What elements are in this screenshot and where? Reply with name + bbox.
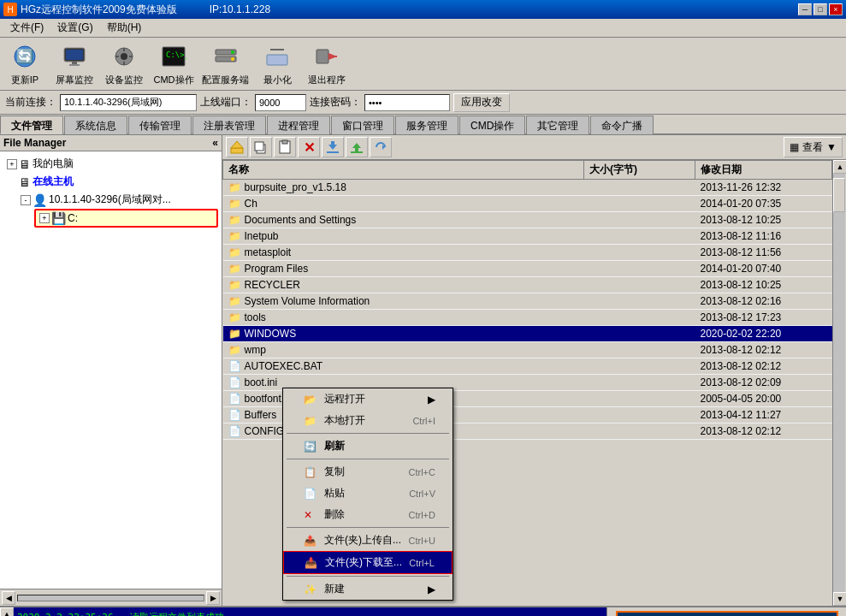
context-menu: 📂 远程打开 ▶ 📁 本地打开 Ctrl+I 🔄 刷新 📋 复制 Ctrl+C … [282, 388, 453, 601]
ctx-refresh-label: 刷新 [324, 439, 345, 453]
view-label: 查看 [802, 140, 823, 155]
svg-text:C:\>_: C:\>_ [166, 50, 187, 59]
ctx-remote-open[interactable]: 📂 远程打开 ▶ [283, 388, 453, 410]
tab-registry[interactable]: 注册表管理 [192, 116, 266, 134]
pass-input[interactable] [364, 94, 450, 111]
tree-item-mypc[interactable]: + 🖥 我的电脑 [3, 155, 218, 173]
table-row[interactable]: 📁RECYCLER 2013-08-12 10:25 [223, 277, 832, 293]
minimize-button[interactable]: ─ [798, 3, 812, 15]
tool-minimize[interactable]: 最小化 [256, 41, 299, 86]
file-date-cell: 2013-08-12 02:12 [695, 342, 832, 358]
log-line-1: 2020-2-2 22:35:36 - 读取远程文件列表成功. [17, 611, 603, 616]
collapse-button[interactable]: « [212, 137, 218, 149]
tool-exit[interactable]: 退出程序 [305, 41, 348, 86]
ftool-delete[interactable]: ✕ [298, 137, 320, 157]
menu-file[interactable]: 文件(F) [3, 19, 50, 37]
col-date[interactable]: 修改日期 [695, 161, 832, 180]
svg-marker-24 [231, 141, 243, 148]
tab-cmd[interactable]: CMD操作 [459, 116, 525, 134]
ctx-download[interactable]: 📥 文件(夹)下载至... Ctrl+L [283, 551, 453, 574]
scroll-left-btn[interactable]: ◀ [2, 591, 15, 605]
close-button[interactable]: × [829, 3, 843, 15]
col-size[interactable]: 大小(字节) [584, 161, 695, 180]
tool-config-server[interactable]: 配置服务端 [202, 41, 249, 86]
svg-rect-4 [72, 62, 77, 64]
tool-cmd-op[interactable]: C:\>_ CMD操作 [152, 41, 195, 86]
svg-rect-30 [331, 141, 334, 147]
ftool-up[interactable] [226, 137, 248, 157]
mypc-label: 我的电脑 [33, 157, 74, 171]
ctx-delete[interactable]: ✕ 删除 Ctrl+D [283, 504, 453, 525]
tree-expand-c[interactable]: + [39, 213, 50, 223]
ctx-refresh-icon: 🔄 [304, 441, 317, 453]
file-size-cell [584, 228, 695, 245]
svg-rect-23 [231, 148, 243, 153]
file-size-cell [584, 424, 695, 440]
table-row[interactable]: 📁Program Files 2014-01-20 07:40 [223, 261, 832, 277]
tool-device-monitor-label: 设备监控 [105, 74, 143, 86]
scroll-up-btn[interactable]: ▲ [833, 160, 846, 174]
table-row[interactable]: 📄AUTOEXEC.BAT 2013-08-12 02:12 [223, 358, 832, 375]
file-date-cell: 2005-04-05 20:00 [695, 391, 832, 407]
table-row[interactable]: 📁System Volume Information 2013-08-12 02… [223, 293, 832, 310]
ctx-paste[interactable]: 📄 粘贴 Ctrl+V [283, 483, 453, 504]
ctx-new[interactable]: ✨ 新建 ▶ [283, 578, 453, 600]
tab-process[interactable]: 进程管理 [267, 116, 330, 134]
file-size-cell [584, 375, 695, 391]
ftool-copy[interactable] [250, 137, 272, 157]
port-input[interactable] [255, 94, 306, 111]
tree-item-online[interactable]: 🖥 在线主机 [3, 173, 218, 191]
table-row[interactable]: 📁Ch 2014-01-20 07:35 [223, 196, 832, 212]
table-row[interactable]: 📁WINDOWS 2020-02-02 22:20 [223, 326, 832, 342]
apply-button[interactable]: 应用改变 [453, 93, 510, 112]
file-date-cell: 2013-08-12 02:09 [695, 375, 832, 391]
table-row[interactable]: 📁metasploit 2013-08-12 11:56 [223, 245, 832, 261]
tab-window[interactable]: 窗口管理 [331, 116, 394, 134]
tab-system-info[interactable]: 系统信息 [64, 116, 127, 134]
tool-screen-monitor[interactable]: 屏幕监控 [53, 41, 96, 86]
table-row[interactable]: 📁Inetpub 2013-08-12 11:16 [223, 228, 832, 245]
file-size-cell [584, 245, 695, 261]
port-label: 上线端口： [200, 95, 251, 110]
ftool-download[interactable] [322, 137, 344, 157]
ftool-refresh[interactable] [370, 137, 392, 157]
menu-settings[interactable]: 设置(G) [50, 19, 99, 37]
col-name[interactable]: 名称 [223, 161, 584, 180]
file-size-cell [584, 391, 695, 407]
menu-help[interactable]: 帮助(H) [100, 19, 149, 37]
ctx-refresh[interactable]: 🔄 刷新 [283, 435, 453, 457]
tab-broadcast[interactable]: 命令广播 [590, 116, 654, 134]
scrollbar-thumb[interactable] [833, 178, 845, 212]
table-row[interactable]: 📁burpsuite_pro_v1.5.18 2013-11-26 12:32 [223, 180, 832, 196]
file-date-cell: 2020-02-02 22:20 [695, 326, 832, 342]
maximize-button[interactable]: □ [813, 3, 827, 15]
ctx-delete-icon: ✕ [304, 509, 317, 521]
view-button[interactable]: ▦ 查看 ▼ [784, 137, 843, 157]
tool-refresh-ip[interactable]: 🔄 更新IP [3, 41, 46, 86]
log-scroll-up[interactable]: ▲ [0, 607, 14, 616]
ip-display: IP:10.1.1.228 [210, 3, 270, 15]
table-row[interactable]: 📁tools 2013-08-12 17:23 [223, 310, 832, 326]
svg-rect-26 [255, 142, 263, 151]
ftool-paste[interactable] [274, 137, 296, 157]
conn-input[interactable] [60, 94, 197, 111]
ctx-upload[interactable]: 📤 文件(夹)上传自... Ctrl+U [283, 530, 453, 551]
tool-device-monitor[interactable]: 设备监控 [103, 41, 145, 86]
table-row[interactable]: 📁wmp 2013-08-12 02:12 [223, 342, 832, 358]
tree-expand-host[interactable]: - [21, 195, 31, 205]
scroll-right-btn[interactable]: ▶ [206, 591, 220, 605]
tree-expand-mypc[interactable]: + [7, 159, 17, 169]
scroll-down-btn[interactable]: ▼ [833, 592, 846, 606]
tab-service[interactable]: 服务管理 [395, 116, 458, 134]
table-row[interactable]: 📁Documents and Settings 2013-08-12 10:25 [223, 212, 832, 228]
ftool-upload[interactable] [346, 137, 368, 157]
ctx-sep2 [287, 459, 449, 459]
tab-transfer[interactable]: 传输管理 [128, 116, 192, 134]
ctx-local-open[interactable]: 📁 本地打开 Ctrl+I [283, 410, 453, 431]
window-buttons: ─ □ × [798, 3, 843, 15]
ctx-copy[interactable]: 📋 复制 Ctrl+C [283, 461, 453, 483]
tree-item-host[interactable]: - 👤 10.1.1.40-3296(局域网对... [3, 191, 218, 209]
tree-item-drive-c[interactable]: + 💾 C: [34, 209, 218, 228]
tab-other[interactable]: 其它管理 [526, 116, 589, 134]
tab-file-manager[interactable]: 文件管理 [0, 116, 63, 134]
